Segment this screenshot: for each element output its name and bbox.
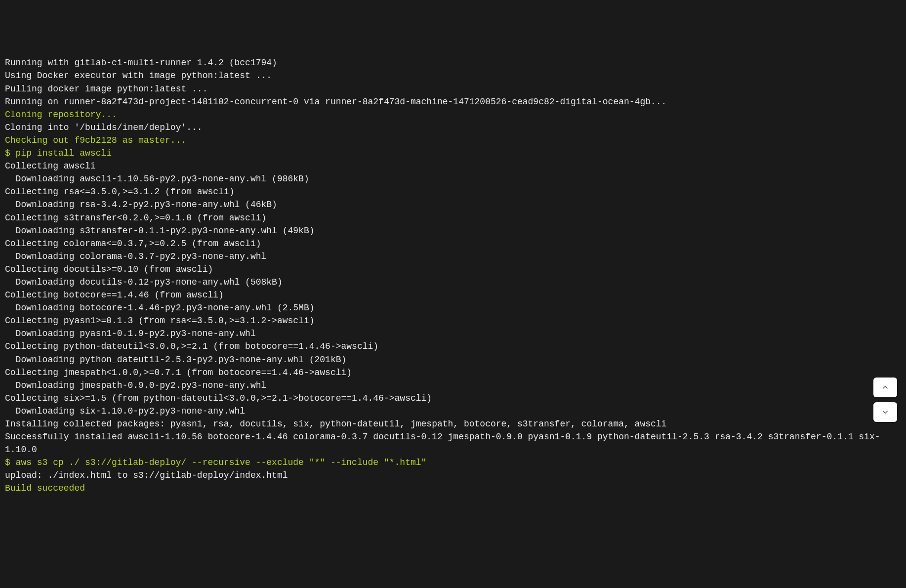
terminal-line: upload: ./index.html to s3://gitlab-depl… [5, 469, 901, 482]
terminal-line: Collecting pyasn1>=0.1.3 (from rsa<=3.5.… [5, 314, 901, 327]
terminal-line: Downloading colorama-0.3.7-py2.py3-none-… [5, 250, 901, 263]
scroll-down-button[interactable] [873, 402, 897, 422]
terminal-line: Downloading rsa-3.4.2-py2.py3-none-any.w… [5, 198, 901, 211]
terminal-line: Downloading six-1.10.0-py2.py3-none-any.… [5, 405, 901, 418]
terminal-line: Downloading pyasn1-0.1.9-py2.py3-none-an… [5, 327, 901, 340]
terminal-line: Collecting rsa<=3.5.0,>=3.1.2 (from awsc… [5, 185, 901, 198]
terminal-output: Running with gitlab-ci-multi-runner 1.4.… [5, 56, 901, 495]
terminal-line: Pulling docker image python:latest ... [5, 83, 901, 95]
terminal-line: Downloading jmespath-0.9.0-py2.py3-none-… [5, 379, 901, 392]
terminal-line: Running on runner-8a2f473d-project-14811… [5, 95, 901, 108]
chevron-down-icon [881, 408, 890, 417]
terminal-line: Successfully installed awscli-1.10.56 bo… [5, 430, 901, 456]
terminal-line: Collecting python-dateutil<3.0.0,>=2.1 (… [5, 340, 901, 353]
scroll-up-button[interactable] [873, 378, 897, 397]
terminal-line: Downloading docutils-0.12-py3-none-any.w… [5, 276, 901, 289]
terminal-line: Installing collected packages: pyasn1, r… [5, 418, 901, 430]
terminal-line: Downloading botocore-1.4.46-py2.py3-none… [5, 301, 901, 314]
terminal-line: Collecting colorama<=0.3.7,>=0.2.5 (from… [5, 237, 901, 250]
terminal-line: $ pip install awscli [5, 147, 901, 160]
terminal-line: Collecting docutils>=0.10 (from awscli) [5, 263, 901, 276]
terminal-line: Collecting botocore==1.4.46 (from awscli… [5, 289, 901, 301]
terminal-line: Running with gitlab-ci-multi-runner 1.4.… [5, 56, 901, 69]
terminal-line: Downloading s3transfer-0.1.1-py2.py3-non… [5, 224, 901, 237]
terminal-line: Cloning into '/builds/inem/deploy'... [5, 121, 901, 134]
terminal-line: Collecting jmespath<1.0.0,>=0.7.1 (from … [5, 366, 901, 379]
terminal-line: Collecting awscli [5, 160, 901, 172]
terminal-line: Build succeeded [5, 482, 901, 495]
terminal-line: Cloning repository... [5, 108, 901, 121]
terminal-line: Using Docker executor with image python:… [5, 69, 901, 82]
terminal-line: Downloading awscli-1.10.56-py2.py3-none-… [5, 172, 901, 185]
terminal-line: $ aws s3 cp ./ s3://gitlab-deploy/ --rec… [5, 456, 901, 469]
chevron-up-icon [881, 383, 890, 392]
terminal-line: Collecting s3transfer<0.2.0,>=0.1.0 (fro… [5, 211, 901, 224]
terminal-line: Collecting six>=1.5 (from python-dateuti… [5, 392, 901, 405]
scroll-nav [873, 378, 897, 422]
terminal-line: Checking out f9cb2128 as master... [5, 134, 901, 147]
terminal-line: Downloading python_dateutil-2.5.3-py2.py… [5, 353, 901, 366]
